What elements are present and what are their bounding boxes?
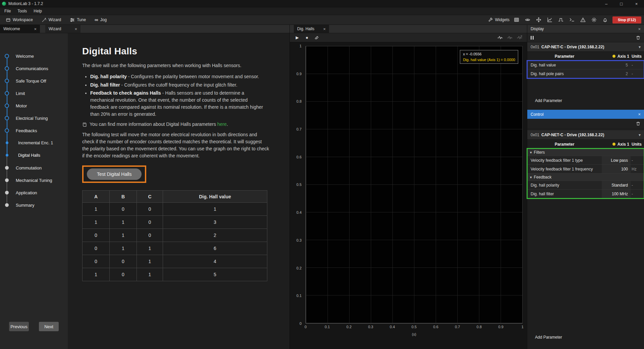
- terminal-icon[interactable]: [569, 17, 575, 22]
- chart-toolbar: ▶ ■: [290, 33, 527, 42]
- eye-icon[interactable]: [525, 17, 530, 22]
- signal-tertiary-icon[interactable]: [517, 35, 522, 40]
- line-chart-icon[interactable]: [547, 17, 552, 22]
- move-icon[interactable]: [536, 17, 541, 22]
- menu-help[interactable]: Help: [30, 8, 45, 14]
- jog-button[interactable]: ∞ Jog: [90, 15, 111, 24]
- signal-active-icon[interactable]: [497, 35, 503, 40]
- control-trash-icon[interactable]: [636, 121, 641, 126]
- x-tick-label: 0.5: [410, 325, 418, 329]
- chevron-down-icon[interactable]: ▾: [639, 45, 641, 49]
- tab-welcome[interactable]: Welcome ×: [0, 25, 40, 33]
- wizard-step[interactable]: Feedbacks: [0, 124, 68, 137]
- control-panel-header[interactable]: Control ×: [527, 110, 644, 119]
- play-icon[interactable]: ▶: [294, 35, 300, 40]
- signal-secondary-icon[interactable]: [507, 35, 513, 40]
- drive-selector[interactable]: 0x01 CAP-NET-C - Drive (192.168.2.22) ▾: [527, 42, 644, 52]
- wizard-step[interactable]: Welcome: [0, 50, 68, 62]
- hall-table-header: Dig. Hall value: [163, 191, 267, 203]
- control-parameter-value[interactable]: Standard: [602, 181, 631, 189]
- hall-table-header: A: [83, 191, 110, 203]
- hall-cell-b: 0: [110, 255, 137, 268]
- tab-welcome-close-icon[interactable]: ×: [34, 27, 37, 32]
- tab-dig-halls-close-icon[interactable]: ×: [323, 27, 326, 32]
- wizard-content: Digital Halls The drive will use the fol…: [68, 33, 289, 349]
- wizard-step[interactable]: Summary: [0, 199, 68, 211]
- previous-button[interactable]: Previous: [9, 322, 29, 331]
- wizard-step[interactable]: Mechanical Tuning: [0, 174, 68, 186]
- here-link[interactable]: here: [217, 121, 227, 127]
- control-parameter-row[interactable]: ▾Filters Filters: [527, 149, 644, 156]
- control-parameter-value[interactable]: 100: [602, 165, 631, 173]
- tooltip-series-value: Dig. hall value (Axis 1) = 0.0000: [463, 57, 515, 63]
- toolbar-icon-group: [514, 17, 608, 22]
- stop-f12-button[interactable]: Stop (F12): [612, 16, 641, 23]
- wizard-button[interactable]: Wizard: [37, 15, 65, 24]
- control-add-parameter-link[interactable]: Add Parameter: [535, 335, 562, 340]
- control-header-axis: Axis 1: [602, 142, 631, 147]
- tune-button[interactable]: Tune: [65, 15, 90, 24]
- control-parameter-row[interactable]: ▾Dig. hall polarity Dig. hall polarity S…: [527, 181, 644, 190]
- control-title: Control: [531, 112, 544, 117]
- wizard-step[interactable]: Digital Halls: [0, 149, 68, 161]
- close-button[interactable]: ×: [629, 0, 644, 7]
- eraser-icon[interactable]: [314, 35, 319, 40]
- step-label: Welcome: [16, 53, 34, 58]
- collapse-icon[interactable]: ▾: [530, 175, 532, 179]
- menu-bar: File Tools Help: [0, 7, 644, 15]
- warning-icon[interactable]: [580, 17, 586, 22]
- wizard-step[interactable]: Application: [0, 186, 68, 199]
- control-parameter-value[interactable]: Low pass: [602, 156, 631, 164]
- step-signal-icon[interactable]: [558, 17, 564, 22]
- wizard-step[interactable]: Commutation: [0, 161, 68, 174]
- group-name: Feedback: [534, 175, 552, 180]
- bell-icon[interactable]: [602, 17, 608, 22]
- control-parameter-value[interactable]: 100 MHz: [602, 190, 631, 198]
- pause-icon[interactable]: [531, 36, 534, 40]
- wizard-step[interactable]: Incremental Enc. 1: [0, 137, 68, 149]
- wizard-step[interactable]: Motor: [0, 99, 68, 112]
- group-row[interactable]: ▾Feedback: [527, 175, 644, 180]
- gear-icon[interactable]: [591, 17, 597, 22]
- tab-wizard[interactable]: Wizard ×: [45, 25, 80, 33]
- add-parameter-link[interactable]: Add Parameter: [535, 98, 562, 103]
- control-parameter-row[interactable]: ▾Feedback Feedback: [527, 173, 644, 181]
- widgets-label: Widgets: [495, 17, 509, 22]
- control-parameter-row[interactable]: ▾Velocity feedback filter 1 frequency Ve…: [527, 165, 644, 173]
- watch-parameter-row[interactable]: Dig. hall value 5 -: [527, 61, 644, 69]
- wizard-step[interactable]: Limit: [0, 87, 68, 99]
- control-chevron-down-icon[interactable]: ▾: [639, 133, 641, 137]
- minimize-button[interactable]: –: [599, 0, 614, 7]
- intro-text: The drive will use the following paramet…: [82, 62, 269, 69]
- next-button[interactable]: Next: [39, 322, 59, 331]
- plot-grid[interactable]: x = -0.0556 Dig. hall value (Axis 1) = 0…: [306, 46, 523, 323]
- y-tick-label: 0.3: [297, 238, 304, 243]
- test-digital-halls-button[interactable]: Test Digital Halls: [87, 168, 142, 180]
- trash-icon[interactable]: [636, 35, 641, 40]
- table-view-icon[interactable]: [514, 17, 519, 22]
- workspace-button[interactable]: Workspace: [1, 15, 37, 24]
- wizard-step[interactable]: Communications: [0, 62, 68, 74]
- wizard-step[interactable]: Safe Torque Off: [0, 74, 68, 87]
- tab-dig-halls[interactable]: Dig. Halls ×: [294, 25, 329, 33]
- header-axis-label: Axis 1: [618, 54, 629, 59]
- stop-icon[interactable]: ■: [304, 35, 310, 40]
- control-drive-selector[interactable]: 0x01 CAP-NET-C - Drive (192.168.2.22) ▾: [527, 130, 644, 140]
- hall-cell-value: 2: [163, 229, 267, 242]
- display-close-icon[interactable]: ×: [638, 27, 641, 32]
- widgets-button[interactable]: Widgets: [484, 15, 514, 24]
- watch-parameter-row[interactable]: Dig. hall pole pairs 2 -: [527, 69, 644, 78]
- control-close-icon[interactable]: ×: [638, 112, 641, 117]
- group-row[interactable]: ▾Filters: [527, 150, 644, 155]
- parameter-name: Dig. hall pole pairs: [527, 71, 602, 76]
- collapse-icon[interactable]: ▾: [530, 150, 532, 154]
- tab-wizard-close-icon[interactable]: ×: [74, 27, 77, 32]
- page-title: Digital Halls: [82, 46, 270, 57]
- menu-tools[interactable]: Tools: [14, 8, 30, 14]
- control-drive-name: CAP-NET-C - Drive (192.168.2.22): [541, 133, 604, 137]
- menu-file[interactable]: File: [1, 8, 14, 14]
- control-parameter-row[interactable]: ▾Dig. hall filter Dig. hall filter 100 M…: [527, 190, 644, 198]
- maximize-button[interactable]: □: [614, 0, 629, 7]
- control-parameter-row[interactable]: ▾Velocity feedback filter 1 type Velocit…: [527, 156, 644, 165]
- wizard-step[interactable]: Electrical Tuning: [0, 112, 68, 124]
